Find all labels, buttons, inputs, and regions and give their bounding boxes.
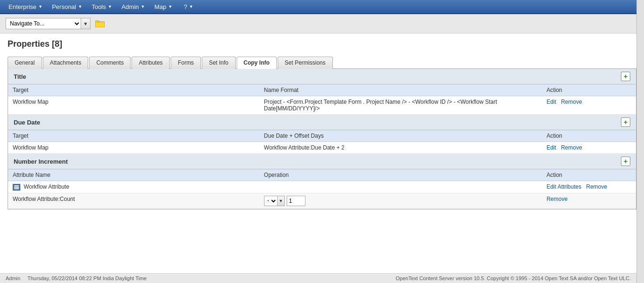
number-increment-section: Number Increment Attribute Name Operatio… bbox=[8, 154, 636, 209]
status-user-datetime: Admin Thursday, 05/22/2014 08:22 PM Indi… bbox=[6, 275, 147, 281]
ni-parent-actions: Edit Attributes Remove bbox=[542, 181, 636, 193]
dd-edit-link[interactable]: Edit bbox=[546, 144, 556, 151]
status-copyright: OpenText Content Server version 10.5. Co… bbox=[396, 275, 631, 281]
table-row: Workflow Map Workflow Attribute:Due Date… bbox=[8, 142, 636, 154]
tab-comments[interactable]: Comments bbox=[89, 57, 131, 69]
tabs-row: General Attachments Comments Attributes … bbox=[8, 57, 636, 69]
op-select-wrap: + ▼ bbox=[264, 196, 285, 206]
workflow-attribute-icon bbox=[13, 184, 20, 191]
operation-cell: + ▼ bbox=[264, 196, 537, 206]
help-icon: ? bbox=[184, 3, 187, 10]
due-date-table: Target Due Date + Offset Days Action Wor… bbox=[8, 130, 636, 154]
main-panel: Title Target Name Format Action Workflow… bbox=[8, 68, 636, 209]
tab-forms[interactable]: Forms bbox=[171, 57, 201, 69]
chevron-down-icon: ▼ bbox=[108, 4, 112, 9]
title-edit-link[interactable]: Edit bbox=[546, 99, 556, 105]
chevron-down-icon: ▼ bbox=[38, 4, 42, 9]
folder-button[interactable] bbox=[94, 18, 106, 29]
chevron-down-icon: ▼ bbox=[168, 4, 173, 9]
status-bar: Admin Thursday, 05/22/2014 08:22 PM Indi… bbox=[0, 273, 636, 283]
chevron-down-icon: ▼ bbox=[78, 4, 82, 9]
nav-admin[interactable]: Admin ▼ bbox=[117, 1, 150, 12]
navigate-to-select[interactable]: Navigate To... bbox=[6, 18, 81, 29]
ni-parent-operation bbox=[259, 181, 542, 193]
dd-row-target: Workflow Map bbox=[8, 142, 259, 154]
title-row-name-format: Project - <Form.Project Template Form . … bbox=[259, 96, 542, 115]
tab-set-info[interactable]: Set Info bbox=[202, 57, 235, 69]
tab-copy-info[interactable]: Copy Info bbox=[237, 57, 277, 69]
svg-rect-1 bbox=[95, 21, 99, 23]
nav-map[interactable]: Map ▼ bbox=[149, 1, 177, 12]
scrollbar[interactable] bbox=[636, 0, 644, 283]
page-title: Properties [8] bbox=[8, 39, 636, 49]
title-row-target: Workflow Map bbox=[8, 96, 259, 115]
table-row: Workflow Attribute Edit Attributes Remov… bbox=[8, 181, 636, 193]
title-col-name-format: Name Format bbox=[259, 84, 542, 96]
ni-col-operation: Operation bbox=[259, 169, 542, 181]
tab-attachments[interactable]: Attachments bbox=[43, 57, 89, 69]
table-row: Workflow Attribute:Count + ▼ bbox=[8, 193, 636, 208]
title-add-button[interactable] bbox=[621, 72, 630, 81]
ni-col-action: Action bbox=[542, 169, 636, 181]
title-col-action: Action bbox=[542, 84, 636, 96]
toolbar: Navigate To... ▼ bbox=[0, 14, 644, 33]
chevron-down-icon: ▼ bbox=[141, 4, 145, 9]
ni-edit-attributes-link[interactable]: Edit Attributes bbox=[546, 183, 581, 190]
dd-remove-link[interactable]: Remove bbox=[561, 144, 582, 151]
nav-tools[interactable]: Tools ▼ bbox=[87, 1, 116, 12]
ni-table: Attribute Name Operation Action Workflow… bbox=[8, 169, 636, 209]
top-navigation: Enterprise ▼ Personal ▼ Tools ▼ Admin ▼ … bbox=[0, 0, 644, 14]
due-date-add-button[interactable] bbox=[621, 117, 630, 127]
dd-row-actions: Edit Remove bbox=[542, 142, 636, 154]
title-remove-link[interactable]: Remove bbox=[561, 99, 582, 105]
operation-dropdown-button[interactable]: ▼ bbox=[277, 196, 285, 206]
dd-col-action: Action bbox=[542, 130, 636, 142]
due-date-section-header: Due Date bbox=[8, 115, 636, 130]
title-table: Target Name Format Action Workflow Map P… bbox=[8, 84, 636, 115]
ni-parent-name: Workflow Attribute bbox=[8, 181, 259, 193]
ni-child-operation: + ▼ bbox=[259, 193, 542, 208]
title-section-header: Title bbox=[8, 69, 636, 84]
dd-col-target: Target bbox=[8, 130, 259, 142]
ni-child-actions: Remove bbox=[542, 193, 636, 208]
ni-add-button[interactable] bbox=[621, 157, 630, 166]
tab-attributes[interactable]: Attributes bbox=[132, 57, 170, 69]
nav-help[interactable]: ? ▼ bbox=[179, 1, 198, 12]
title-row-actions: Edit Remove bbox=[542, 96, 636, 115]
nav-personal[interactable]: Personal ▼ bbox=[47, 1, 87, 12]
title-col-target: Target bbox=[8, 84, 259, 96]
ni-section-header: Number Increment bbox=[8, 154, 636, 169]
page-content: Properties [8] General Attachments Comme… bbox=[0, 33, 644, 283]
dd-col-offset: Due Date + Offset Days bbox=[259, 130, 542, 142]
ni-child-remove-link[interactable]: Remove bbox=[546, 196, 568, 202]
chevron-down-icon: ▼ bbox=[189, 4, 193, 9]
title-section-label: Title bbox=[14, 73, 26, 80]
operation-select[interactable]: + bbox=[264, 196, 277, 206]
folder-icon bbox=[95, 20, 105, 27]
ni-col-attr-name: Attribute Name bbox=[8, 169, 259, 181]
ni-parent-remove-link[interactable]: Remove bbox=[586, 183, 607, 190]
navigate-to-wrap: Navigate To... ▼ bbox=[6, 18, 91, 29]
operation-value-input[interactable] bbox=[287, 196, 305, 206]
due-date-section: Due Date Target Due Date + Offset Days A… bbox=[8, 115, 636, 154]
dd-row-offset: Workflow Attribute:Due Date + 2 bbox=[259, 142, 542, 154]
tab-set-permissions[interactable]: Set Permissions bbox=[278, 57, 333, 69]
nav-enterprise[interactable]: Enterprise ▼ bbox=[4, 1, 47, 12]
table-row: Workflow Map Project - <Form.Project Tem… bbox=[8, 96, 636, 115]
svg-rect-2 bbox=[96, 23, 104, 27]
tab-general[interactable]: General bbox=[8, 57, 42, 69]
title-section: Title Target Name Format Action Workflow… bbox=[8, 69, 636, 115]
ni-child-name: Workflow Attribute:Count bbox=[8, 193, 259, 208]
navigate-dropdown-button[interactable]: ▼ bbox=[81, 18, 91, 29]
due-date-section-label: Due Date bbox=[14, 119, 40, 126]
ni-section-label: Number Increment bbox=[14, 158, 68, 165]
